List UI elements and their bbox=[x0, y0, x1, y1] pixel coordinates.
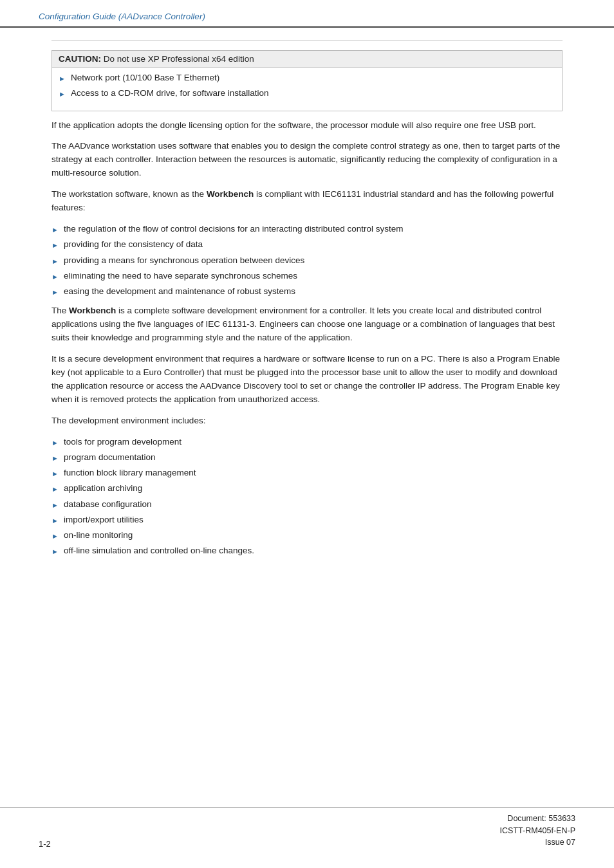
bullet-icon: ► bbox=[51, 240, 59, 251]
feature-bullet-2: providing a means for synchronous operat… bbox=[64, 254, 304, 267]
list-item: ► eliminating the need to have separate … bbox=[51, 270, 563, 282]
page-header: Configuration Guide (AADvance Controller… bbox=[0, 0, 614, 28]
workbench-bold-1: Workbench bbox=[207, 189, 254, 199]
dev-bullet-2: function block library management bbox=[64, 466, 196, 479]
header-title: Configuration Guide (AADvance Controller… bbox=[39, 12, 205, 21]
dev-bullet-5: import/export utilities bbox=[64, 513, 144, 526]
page-number: 1-2 bbox=[39, 839, 51, 849]
para-aadvance: The AADvance workstation uses software t… bbox=[51, 140, 563, 180]
para-workbench-complete: The Workbench is a complete software dev… bbox=[51, 304, 563, 345]
dev-bullet-1: program documentation bbox=[64, 451, 156, 464]
para-workbench-intro: The workstation software, known as the W… bbox=[51, 188, 563, 215]
document-info: Document: 553633 ICSTT-RM405f-EN-P Issue… bbox=[500, 813, 575, 849]
feature-bullet-0: the regulation of the flow of control de… bbox=[64, 223, 404, 235]
dev-env-bullet-list: ► tools for program development ► progra… bbox=[51, 436, 563, 558]
list-item: ► the regulation of the flow of control … bbox=[51, 223, 563, 235]
bullet-icon: ► bbox=[59, 73, 66, 84]
list-item: ► import/export utilities bbox=[51, 513, 563, 526]
list-item: ► providing for the consistency of data bbox=[51, 238, 563, 251]
bullet-icon: ► bbox=[51, 438, 59, 448]
feature-bullet-4: easing the development and maintenance o… bbox=[64, 285, 295, 298]
feature-bullet-list: ► the regulation of the flow of control … bbox=[51, 223, 563, 298]
bullet-icon: ► bbox=[51, 546, 59, 557]
bullet-icon: ► bbox=[51, 531, 59, 542]
dev-bullet-4: database configuration bbox=[64, 498, 152, 511]
page: Configuration Guide (AADvance Controller… bbox=[0, 0, 614, 868]
caution-bullet-list: ► Network port (10/100 Base T Ethernet) … bbox=[59, 71, 555, 100]
dev-bullet-3: application archiving bbox=[64, 482, 142, 495]
bullet-icon: ► bbox=[51, 484, 59, 495]
page-footer: 1-2 Document: 553633 ICSTT-RM405f-EN-P I… bbox=[0, 807, 614, 849]
dev-bullet-6: on-line monitoring bbox=[64, 529, 133, 542]
workbench-intro-text: The workstation software, known as the bbox=[51, 189, 207, 199]
list-item: ► easing the development and maintenance… bbox=[51, 285, 563, 298]
bullet-icon: ► bbox=[59, 89, 66, 100]
list-item: ► application archiving bbox=[51, 482, 563, 495]
list-item: ► on-line monitoring bbox=[51, 529, 563, 542]
dev-bullet-0: tools for program development bbox=[64, 436, 181, 448]
workbench-para-1: The bbox=[51, 306, 69, 315]
bullet-icon: ► bbox=[51, 272, 59, 282]
bullet-icon: ► bbox=[51, 500, 59, 511]
bullet-icon: ► bbox=[51, 453, 59, 464]
main-content: CAUTION: Do not use XP Professional x64 … bbox=[0, 28, 614, 590]
caution-text: Do not use XP Professional x64 edition bbox=[101, 54, 254, 64]
list-item: ► tools for program development bbox=[51, 436, 563, 448]
doc-line2: ICSTT-RM405f-EN-P bbox=[500, 825, 575, 837]
doc-line3: Issue 07 bbox=[500, 836, 575, 849]
bullet-icon: ► bbox=[51, 468, 59, 479]
list-item: ► database configuration bbox=[51, 498, 563, 511]
feature-bullet-1: providing for the consistency of data bbox=[64, 238, 203, 251]
list-item: ► Network port (10/100 Base T Ethernet) bbox=[59, 71, 555, 84]
caution-body: ► Network port (10/100 Base T Ethernet) … bbox=[52, 68, 562, 111]
caution-box: CAUTION: Do not use XP Professional x64 … bbox=[51, 50, 563, 111]
bullet-icon: ► bbox=[51, 225, 59, 235]
list-item: ► Access to a CD-ROM drive, for software… bbox=[59, 87, 555, 100]
bullet-icon: ► bbox=[51, 515, 59, 526]
caution-header: CAUTION: Do not use XP Professional x64 … bbox=[52, 51, 562, 68]
workbench-para-2: is a complete software development envir… bbox=[51, 306, 555, 342]
para-secure: It is a secure development environment t… bbox=[51, 353, 563, 407]
list-item: ► providing a means for synchronous oper… bbox=[51, 254, 563, 267]
bullet-icon: ► bbox=[51, 256, 59, 267]
caution-bullet-1: Network port (10/100 Base T Ethernet) bbox=[71, 71, 219, 84]
dev-bullet-7: off-line simulation and controlled on-li… bbox=[64, 544, 254, 557]
list-item: ► program documentation bbox=[51, 451, 563, 464]
list-item: ► function block library management bbox=[51, 466, 563, 479]
caution-bullet-2: Access to a CD-ROM drive, for software i… bbox=[71, 87, 269, 100]
list-item: ► off-line simulation and controlled on-… bbox=[51, 544, 563, 557]
doc-line1: Document: 553633 bbox=[500, 813, 575, 825]
para-dev-env-intro: The development environment includes: bbox=[51, 414, 563, 428]
para-dongle: If the application adopts the dongle lic… bbox=[51, 119, 563, 133]
workbench-bold-2: Workbench bbox=[69, 306, 116, 315]
top-divider bbox=[51, 41, 563, 41]
bullet-icon: ► bbox=[51, 287, 59, 298]
feature-bullet-3: eliminating the need to have separate sy… bbox=[64, 270, 297, 282]
caution-label: CAUTION: bbox=[59, 54, 101, 64]
